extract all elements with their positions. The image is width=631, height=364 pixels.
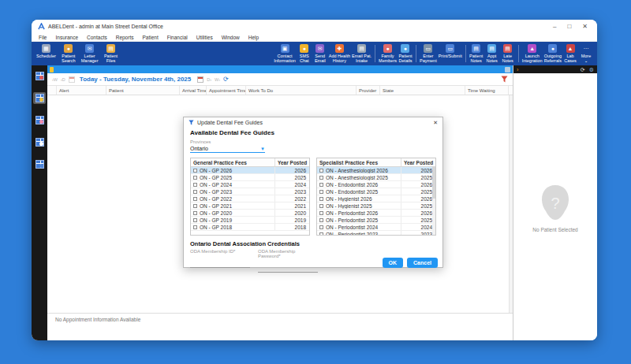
sidebar-item-scheduler-view-4[interactable] [33,136,46,148]
panel-toggle-icon[interactable] [505,67,510,72]
checkbox[interactable] [193,197,197,201]
toolbar-button-print-submit[interactable]: ▭Print/Submit [438,43,463,65]
fee-guide-row[interactable]: ON - GP 20252025 [191,174,309,181]
checkbox[interactable] [319,183,323,187]
checkbox[interactable] [193,169,197,173]
menu-item-financial[interactable]: Financial [167,35,188,40]
next-week-button[interactable]: W› [215,77,220,82]
toolbar-button-family-members[interactable]: ●Family Members [378,43,398,65]
toolbar-button-email-pat-intake[interactable]: ▤Email Pat. Intake [351,43,372,65]
checkbox[interactable] [193,211,197,215]
fee-guide-row[interactable]: ON - GP 20192019 [191,217,309,224]
ok-button[interactable]: OK [383,258,404,268]
next-day-button[interactable]: D› [207,77,211,82]
menu-item-utilities[interactable]: Utilities [196,35,213,40]
scrollbar[interactable] [509,95,513,313]
scrollbar[interactable] [432,167,435,235]
checkbox[interactable] [319,169,323,173]
toolbar-button-patient-details[interactable]: ●Patient Details [398,43,413,65]
minimize-button[interactable]: – [553,24,556,30]
sidebar-item-scheduler-view-1[interactable] [33,70,46,82]
fee-guide-row[interactable]: ON - Periodontist 20232023 [317,231,435,235]
checkbox[interactable] [319,190,323,194]
menu-item-insurance[interactable]: Insurance [55,35,78,40]
menu-item-contacts[interactable]: Contacts [87,35,107,40]
toolbar-button-scheduler[interactable]: ▦Scheduler [35,43,58,65]
toolbar-button-add-health-history[interactable]: ✚Add Health History [328,43,351,65]
chevron-right-icon[interactable]: › [517,67,518,72]
toolbar-button-sms-chat[interactable]: ●SMS Chat [297,43,312,65]
fee-guide-row[interactable]: ON - Hygienist 20252025 [317,202,435,210]
envelope-icon: ✉ [316,44,324,53]
toolbar-button-more[interactable]: ⋯More ⌄ [578,43,594,65]
refresh-icon[interactable]: ⟳ [223,76,229,83]
toolbar-button-patient-files[interactable]: ▤Patient Files [102,43,121,65]
checkbox[interactable] [193,190,197,194]
toolbar-button-launch-integration[interactable]: ▲Launch Integration [521,43,543,65]
checkbox[interactable] [319,218,323,222]
schedule-grid-icon [35,94,44,102]
sidebar-item-scheduler-view-2[interactable] [33,92,46,104]
oda-password-input[interactable] [258,264,318,273]
fee-guide-row[interactable]: ON - GP 20232023 [191,188,309,195]
checkbox[interactable] [193,204,197,208]
fee-guide-row[interactable]: ON - Endodontist 20262026 [317,181,435,188]
checkbox[interactable] [193,218,197,222]
checkbox[interactable] [319,176,323,180]
menu-item-file[interactable]: File [39,35,47,40]
fee-guide-row[interactable]: ON - GP 20202020 [191,210,309,217]
checkbox[interactable] [319,232,323,236]
fee-guide-row[interactable]: ON - Periodontist 20252025 [317,217,435,224]
fee-guide-row[interactable]: ON - GP 20262026 [191,167,309,174]
sidebar-item-scheduler-view-3[interactable] [33,114,46,126]
menu-item-help[interactable]: Help [248,35,259,40]
fee-guide-row[interactable]: ON - Anesthesiologist 20262026 [317,167,435,174]
fee-guide-row[interactable]: ON - Hygienist 20262026 [317,195,435,202]
checkbox[interactable] [193,176,197,180]
current-date-label[interactable]: Today - Tuesday, November 4th, 2025 [80,76,191,83]
checkbox[interactable] [193,225,197,229]
refresh-icon[interactable]: ⟳ [581,67,585,72]
calendar-icon[interactable] [197,76,203,83]
toolbar-button-contact-information[interactable]: ▣Contact Information [273,43,297,65]
fee-guide-row[interactable]: ON - Periodontist 20242024 [317,224,435,231]
menu-item-window[interactable]: Window [222,35,240,40]
fee-guide-row[interactable]: ON - Periodontist 20262026 [317,210,435,217]
gear-icon[interactable]: ⚙ [589,67,594,72]
toolbar-button-enter-payment[interactable]: ▭Enter Payment [419,43,438,65]
fee-guide-row[interactable]: ON - GP 20222022 [191,195,309,202]
toolbar-button-send-email[interactable]: ✉Send Email [312,43,328,65]
maximize-button[interactable]: □ [567,24,571,30]
prev-day-button[interactable]: ‹D [61,77,65,82]
checkbox[interactable] [193,183,197,187]
fee-guide-row[interactable]: ON - Anesthesiologist 20252025 [317,174,435,181]
close-icon[interactable]: ✕ [433,120,438,126]
toolbar-button-label: Appt Notes [486,54,497,64]
checkbox[interactable] [319,204,323,208]
toolbar-button-lab-cases[interactable]: ▲Lab Cases [562,43,578,65]
toolbar-button-appt-notes[interactable]: ▤Appt Notes [484,43,500,65]
menu-item-patient[interactable]: Patient [142,35,158,40]
cancel-button[interactable]: Cancel [407,258,438,268]
toolbar-button-late-notes[interactable]: ▤Late Notes [500,43,516,65]
checkbox[interactable] [319,225,323,229]
fee-guide-row[interactable]: ON - GP 20182018 [191,224,309,231]
oda-id-input[interactable] [190,259,250,268]
province-select[interactable]: Ontario ▼ [190,146,265,153]
fee-guide-row[interactable]: ON - GP 20242024 [191,181,309,188]
table-body: ON - GP 20262026ON - GP 20252025ON - GP … [191,167,309,232]
toolbar-button-outgoing-referrals[interactable]: ●Outgoing Referrals [543,43,562,65]
toolbar-button-patient-notes[interactable]: ▤Patient Notes [469,43,484,65]
fee-guide-row[interactable]: ON - GP 20212021 [191,202,309,210]
fee-guide-row[interactable]: ON - Endodontist 20252025 [317,188,435,195]
menu-item-reports[interactable]: Reports [116,35,134,40]
calendar-icon[interactable] [69,76,75,83]
prev-week-button[interactable]: ‹W [52,77,58,82]
checkbox[interactable] [319,211,323,215]
close-button[interactable]: ✕ [582,24,588,30]
filter-icon[interactable] [501,76,508,83]
toolbar-button-letter-manager[interactable]: ✉Letter Manager [80,43,100,65]
checkbox[interactable] [319,197,323,201]
sidebar-item-scheduler-view-5[interactable] [33,158,46,170]
toolbar-button-patient-search[interactable]: ●Patient Search [59,43,78,65]
